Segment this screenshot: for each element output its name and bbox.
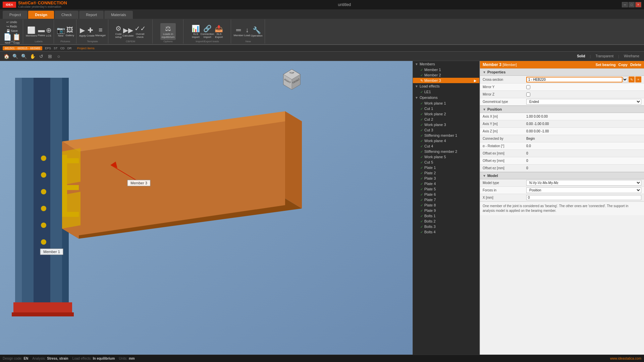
- tree-item-plate9[interactable]: ✓Plate 9: [413, 208, 479, 213]
- 3d-viewport[interactable]: Member 3 Member 1 TOP FRONT RIGHT: [0, 61, 413, 355]
- project-items-link[interactable]: Project items: [77, 47, 95, 50]
- cross-section-edit-button[interactable]: ✎: [629, 76, 635, 82]
- connection-import-button[interactable]: 🔗 ConnectionImport: [201, 24, 214, 39]
- tree-item-wp5[interactable]: ✓Work plane 5: [413, 154, 479, 160]
- xls-import-button[interactable]: 📊 XLSImport: [192, 24, 200, 39]
- model-section-header[interactable]: ▼ Model: [480, 172, 644, 179]
- plate6-check-icon: ✓: [420, 193, 423, 196]
- tree-item-bolts3[interactable]: ✓Bolts 3: [413, 224, 479, 229]
- tree-item-cut3[interactable]: ✓Cut 3: [413, 127, 479, 133]
- tab-check[interactable]: Check: [55, 11, 78, 19]
- tree-item-wp4[interactable]: ✓Work plane 4: [413, 138, 479, 143]
- project-link-cd[interactable]: CD: [60, 47, 65, 50]
- tree-section-load-effects[interactable]: ▼ Load effects: [413, 83, 479, 89]
- members-button[interactable]: ⬜ Members: [26, 26, 37, 37]
- overall-check-button[interactable]: ✓✓ Overallcheck: [135, 24, 146, 39]
- tree-item-plate8[interactable]: ✓Plate 8: [413, 202, 479, 208]
- tree-item-cut1[interactable]: ✓Cut 1: [413, 106, 479, 111]
- set-bearing-button[interactable]: Set bearing: [596, 63, 616, 67]
- project-link-dr[interactable]: DR: [67, 47, 72, 50]
- pan-button[interactable]: ✋: [29, 53, 36, 60]
- tree-item-plate1[interactable]: ✓Plate 1: [413, 165, 479, 170]
- xls-export-button[interactable]: 📤 XLSExport: [215, 24, 223, 39]
- view-mode-solid[interactable]: Solid: [575, 54, 587, 59]
- new-load-button[interactable]: ↓ Load: [244, 26, 250, 37]
- view-mode-wireframe[interactable]: Wireframe: [622, 54, 641, 59]
- mirror-z-checkbox[interactable]: [526, 93, 530, 97]
- tree-item-plate6[interactable]: ✓Plate 6: [413, 192, 479, 197]
- new-operation-button[interactable]: 🔧 Operation: [251, 26, 263, 37]
- tab-report[interactable]: Report: [79, 11, 104, 19]
- position-section-header[interactable]: ▼ Position: [480, 106, 644, 113]
- tree-item-cut2[interactable]: ✓Cut 2: [413, 117, 479, 122]
- tab-design[interactable]: Design: [28, 11, 54, 19]
- le1-check-icon: ✓: [420, 90, 423, 94]
- tree-item-member2[interactable]: ✓ Member 2: [413, 72, 479, 78]
- project-link-eps[interactable]: EPS: [45, 47, 51, 50]
- tree-item-cut4[interactable]: ✓Cut 4: [413, 143, 479, 149]
- cross-section-add-button[interactable]: +: [635, 76, 641, 82]
- cross-section-input[interactable]: [526, 77, 623, 82]
- tree-item-plate7[interactable]: ✓Plate 7: [413, 197, 479, 202]
- website-link[interactable]: www.ideastatica.com: [610, 357, 641, 360]
- view-mode-transparent[interactable]: Transparent: [593, 54, 615, 59]
- rotate-button[interactable]: ↺: [38, 53, 45, 60]
- copy-member-button[interactable]: Copy: [618, 63, 628, 67]
- tree-item-bolts1[interactable]: ✓Bolts 1: [413, 213, 479, 219]
- create-template-button[interactable]: ✚ Create: [87, 26, 95, 37]
- toolbar-group-pictures: 📷 New 🖼 Gallery Pictures: [55, 19, 76, 44]
- model-type-select[interactable]: N-Vy-Vz-Mx-My-Mz N only No loads: [526, 180, 641, 186]
- tree-item-wp1[interactable]: ✓Work plane 1: [413, 101, 479, 106]
- tree-item-bolts2[interactable]: ✓Bolts 2: [413, 219, 479, 224]
- tree-section-operations[interactable]: ▼ Operations: [413, 95, 479, 101]
- tree-item-plate2[interactable]: ✓Plate 2: [413, 170, 479, 176]
- x-mm-input[interactable]: [526, 195, 641, 200]
- new-picture-button[interactable]: 📷 New: [57, 26, 65, 37]
- minimize-button[interactable]: ─: [622, 2, 628, 7]
- forces-in-select[interactable]: Position Node Bolts: [526, 187, 641, 193]
- tree-item-wp3[interactable]: ✓Work plane 3: [413, 122, 479, 127]
- maximize-button[interactable]: □: [629, 2, 635, 7]
- tree-item-stiff2[interactable]: ✓Stiffening member 2: [413, 149, 479, 154]
- redo-button[interactable]: ↪ Redo: [5, 24, 19, 28]
- gallery-button[interactable]: 🖼 Gallery: [66, 26, 74, 37]
- tab-project[interactable]: Project: [3, 11, 28, 19]
- apply-button[interactable]: ▶ Apply: [79, 26, 86, 37]
- plates-button[interactable]: ▬ Plates: [38, 26, 45, 37]
- tree-item-cut5[interactable]: ✓Cut 5: [413, 160, 479, 165]
- selection-button[interactable]: ○: [55, 53, 62, 60]
- tree-item-member3[interactable]: ✎ Member 3 ▶: [413, 78, 479, 83]
- calculate-button[interactable]: ▶▶ Calculate: [122, 26, 133, 37]
- close-button[interactable]: ✕: [635, 2, 641, 7]
- tree-item-le1[interactable]: ✓ LE1: [413, 89, 479, 95]
- code-setup-button[interactable]: ⚙ Codesetup: [115, 24, 122, 39]
- lcs-button[interactable]: ⊕ LCS: [46, 26, 52, 37]
- tab-materials[interactable]: Materials: [104, 11, 133, 19]
- tree-item-stiff1[interactable]: ✓Stiffening member 1: [413, 133, 479, 138]
- mirror-y-checkbox[interactable]: [526, 85, 530, 89]
- new-member-button[interactable]: ═ Member: [234, 26, 244, 37]
- tree-item-wp2[interactable]: ✓Work plane 2: [413, 111, 479, 117]
- plate3-check-icon: ✓: [420, 177, 423, 180]
- member3-label: Member 3: [424, 78, 441, 82]
- save-button[interactable]: 💾 Save: [5, 29, 19, 33]
- tree-item-bolts4[interactable]: ✓Bolts 4: [413, 229, 479, 235]
- project-link-st[interactable]: ST: [54, 47, 58, 50]
- fit-view-button[interactable]: ⊞: [46, 53, 54, 60]
- tree-item-plate3[interactable]: ✓Plate 3: [413, 176, 479, 181]
- manager-button[interactable]: ≡ Manager: [95, 26, 106, 37]
- undo-button[interactable]: ↩ Undo: [5, 20, 19, 24]
- cross-section-dropdown[interactable]: ▼: [623, 76, 628, 82]
- properties-section-header[interactable]: ▼ Properties: [480, 68, 644, 76]
- zoom-in-button[interactable]: 🔍: [11, 53, 19, 60]
- delete-member-button[interactable]: Delete: [630, 63, 641, 67]
- tree-item-member1[interactable]: ✓ Member 1: [413, 67, 479, 72]
- zoom-out-button[interactable]: 🔍: [20, 53, 28, 60]
- geometrical-type-select[interactable]: Ended Continuous Ended (with stub): [526, 99, 641, 105]
- tree-item-plate5[interactable]: ✓Plate 5: [413, 186, 479, 192]
- operations-section-label: Operations: [420, 96, 438, 100]
- tree-section-members[interactable]: ▼ Members: [413, 61, 479, 67]
- loads-in-equilibrium-button[interactable]: ⚖ Loads inequilibrium: [160, 23, 176, 40]
- tree-item-plate4[interactable]: ✓Plate 4: [413, 181, 479, 186]
- home-view-button[interactable]: 🏠: [3, 53, 10, 60]
